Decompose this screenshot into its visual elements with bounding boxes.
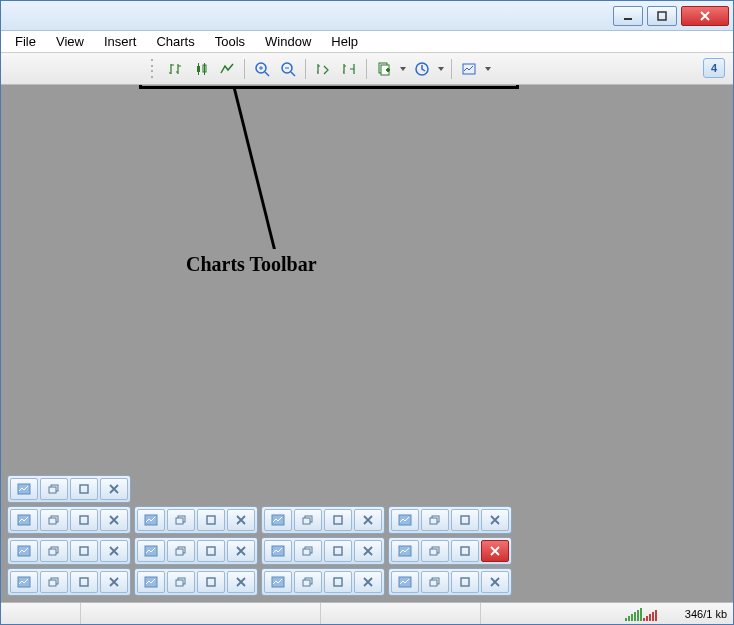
maximize-button[interactable] — [197, 509, 225, 531]
alerts-badge[interactable]: 4 — [703, 58, 725, 78]
maximize-button[interactable] — [324, 509, 352, 531]
svg-rect-27 — [145, 515, 157, 525]
chart-icon-button[interactable] — [10, 478, 38, 500]
templates-dropdown[interactable] — [483, 67, 493, 71]
chart-window — [388, 537, 512, 565]
maximize-button[interactable] — [451, 540, 479, 562]
close-button[interactable] — [481, 540, 509, 562]
menu-tools[interactable]: Tools — [207, 32, 253, 51]
maximize-button[interactable] — [70, 478, 98, 500]
periods-button[interactable] — [410, 57, 434, 81]
templates-button[interactable] — [457, 57, 481, 81]
close-button[interactable] — [227, 509, 255, 531]
restore-button[interactable] — [167, 509, 195, 531]
maximize-button[interactable] — [647, 6, 677, 26]
maximize-button[interactable] — [197, 571, 225, 593]
workspace: Charts Toolbar — [1, 85, 733, 602]
svg-rect-50 — [334, 547, 342, 555]
svg-rect-31 — [272, 515, 284, 525]
maximize-button[interactable] — [451, 571, 479, 593]
chart-window — [7, 475, 131, 503]
bar-chart-button[interactable] — [163, 57, 187, 81]
svg-rect-54 — [461, 547, 469, 555]
menu-help[interactable]: Help — [323, 32, 366, 51]
close-button[interactable] — [354, 540, 382, 562]
chart-window — [388, 568, 512, 596]
periods-dropdown[interactable] — [436, 67, 446, 71]
chart-icon-button[interactable] — [391, 509, 419, 531]
restore-button[interactable] — [40, 509, 68, 531]
close-button[interactable] — [681, 6, 729, 26]
close-button[interactable] — [100, 540, 128, 562]
maximize-button[interactable] — [70, 571, 98, 593]
chart-icon-button[interactable] — [10, 509, 38, 531]
chart-icon-button[interactable] — [264, 540, 292, 562]
close-button[interactable] — [100, 478, 128, 500]
chart-icon-button[interactable] — [10, 571, 38, 593]
close-button[interactable] — [100, 571, 128, 593]
svg-rect-41 — [49, 549, 56, 555]
chart-icon-button[interactable] — [137, 540, 165, 562]
svg-rect-45 — [176, 549, 183, 555]
maximize-button[interactable] — [70, 540, 98, 562]
maximize-button[interactable] — [197, 540, 225, 562]
chart-icon-button[interactable] — [391, 540, 419, 562]
menu-view[interactable]: View — [48, 32, 92, 51]
close-button[interactable] — [100, 509, 128, 531]
maximize-button[interactable] — [70, 509, 98, 531]
restore-button[interactable] — [40, 540, 68, 562]
svg-rect-55 — [18, 577, 30, 587]
svg-rect-35 — [399, 515, 411, 525]
line-chart-button[interactable] — [215, 57, 239, 81]
chart-icon-button[interactable] — [264, 571, 292, 593]
chart-window — [134, 568, 258, 596]
restore-button[interactable] — [40, 571, 68, 593]
chart-shift-button[interactable] — [337, 57, 361, 81]
maximize-button[interactable] — [324, 540, 352, 562]
zoom-in-button[interactable] — [250, 57, 274, 81]
restore-button[interactable] — [421, 540, 449, 562]
menu-window[interactable]: Window — [257, 32, 319, 51]
candlestick-icon — [193, 61, 209, 77]
restore-button[interactable] — [421, 509, 449, 531]
svg-rect-51 — [399, 546, 411, 556]
maximize-button[interactable] — [451, 509, 479, 531]
restore-button[interactable] — [421, 571, 449, 593]
menu-insert[interactable]: Insert — [96, 32, 145, 51]
toolbar-grip[interactable] — [151, 58, 157, 80]
restore-button[interactable] — [167, 540, 195, 562]
status-cell — [321, 603, 481, 624]
menu-charts[interactable]: Charts — [148, 32, 202, 51]
close-button[interactable] — [227, 571, 255, 593]
minimize-button[interactable] — [613, 6, 643, 26]
svg-rect-67 — [399, 577, 411, 587]
restore-button[interactable] — [294, 540, 322, 562]
close-button[interactable] — [354, 571, 382, 593]
svg-rect-49 — [303, 549, 310, 555]
restore-button[interactable] — [167, 571, 195, 593]
chart-icon-button[interactable] — [10, 540, 38, 562]
status-bar: 346/1 kb — [1, 602, 733, 624]
maximize-button[interactable] — [324, 571, 352, 593]
chart-icon-button[interactable] — [137, 571, 165, 593]
svg-rect-57 — [49, 580, 56, 586]
chart-window — [261, 506, 385, 534]
indicators-button[interactable] — [372, 57, 396, 81]
restore-button[interactable] — [294, 571, 322, 593]
zoom-out-button[interactable] — [276, 57, 300, 81]
chart-icon-button[interactable] — [137, 509, 165, 531]
chart-icon-button[interactable] — [391, 571, 419, 593]
restore-button[interactable] — [294, 509, 322, 531]
svg-rect-21 — [49, 487, 56, 493]
menu-file[interactable]: File — [7, 32, 44, 51]
chart-icon-button[interactable] — [264, 509, 292, 531]
close-button[interactable] — [481, 571, 509, 593]
indicators-dropdown[interactable] — [398, 67, 408, 71]
auto-scroll-button[interactable] — [311, 57, 335, 81]
restore-button[interactable] — [40, 478, 68, 500]
candlestick-button[interactable] — [189, 57, 213, 81]
close-button[interactable] — [481, 509, 509, 531]
annotation-line — [233, 89, 276, 249]
close-button[interactable] — [354, 509, 382, 531]
close-button[interactable] — [227, 540, 255, 562]
